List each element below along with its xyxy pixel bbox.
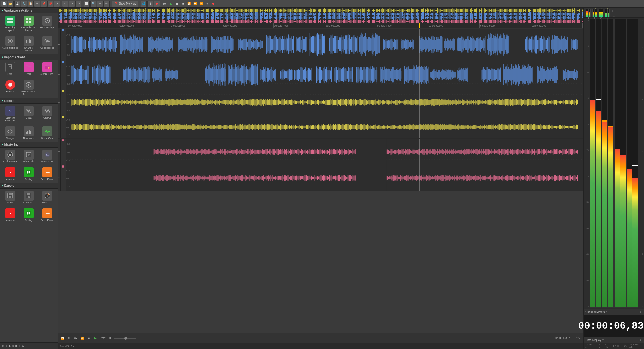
modern-pop-btn[interactable]: Pop Modern Pop — [38, 149, 56, 164]
show-me-how-btn[interactable]: ❓ Show Me How — [112, 1, 138, 7]
time-display: 00:00:06,837 — [584, 315, 644, 337]
prev-btn[interactable]: ⏪ — [80, 336, 85, 341]
transport-play-btn[interactable]: ▶ — [168, 1, 174, 7]
toolbar-undo-btn[interactable]: ↩ — [62, 1, 68, 7]
bottom-status-bar: Sound 3 * 5 x — [58, 343, 583, 349]
track-color-3 — [62, 90, 64, 92]
vst-settings-btn[interactable]: VST Settings — [38, 15, 56, 33]
noise-gate-label: Noise Gate — [41, 137, 54, 140]
workspace-actions-header[interactable]: ● Workspace Actions — [0, 8, 58, 13]
soundcloud-share-btn[interactable]: SoundCloud — [38, 166, 56, 182]
channel-meters-btn[interactable]: Channel Meters — [20, 35, 38, 53]
chorus-btn[interactable]: Chorus — [38, 105, 56, 123]
scale--35: -35 — [585, 227, 589, 229]
toolbar-new-btn[interactable]: 📄 — [1, 1, 7, 7]
track-indicators-3 — [61, 89, 66, 115]
soundcloud-export-btn[interactable]: SoundCloud — [38, 207, 56, 223]
delay-btn[interactable]: Delay — [20, 105, 38, 123]
toolbar-btn4[interactable]: 🔧 — [21, 1, 27, 7]
svg-text:Oz: Oz — [9, 110, 12, 113]
audio-settings-btn[interactable]: Audio Settings — [1, 35, 19, 53]
time-display-close[interactable]: ✕ — [640, 339, 642, 342]
record-btn[interactable]: Record — [1, 79, 19, 97]
open-file-btn[interactable]: Open... — [20, 61, 38, 77]
transport-ff-btn[interactable]: ⏩ — [192, 1, 198, 7]
toolbar-save-btn[interactable]: 💾 — [14, 1, 20, 7]
toolbar-btn5[interactable]: 📋 — [28, 1, 34, 7]
transport-end-btn[interactable]: ⏭ — [204, 1, 210, 7]
track-num-6: 6 — [58, 177, 60, 178]
toolbar-btn6[interactable]: ✂ — [34, 1, 40, 7]
effects-header[interactable]: ● Effects — [0, 98, 58, 104]
toolbar-redo-btn[interactable]: ↪ — [69, 1, 75, 7]
youtube-export-label: Youtube — [6, 219, 15, 222]
cd-authoring-btn[interactable]: CD Authoring Layout — [20, 15, 38, 33]
toolbar-info-btn[interactable]: ℹ — [147, 1, 153, 7]
loop-icon[interactable]: 🔁 — [60, 336, 65, 341]
toolbar-btn8[interactable]: 📌 — [47, 1, 53, 7]
save-as-btn[interactable]: A Save As... — [20, 190, 38, 205]
transport-stop-btn[interactable]: ■ — [180, 1, 186, 7]
play-bottom-btn[interactable]: ▶ — [93, 336, 98, 341]
toolbar-btn9[interactable]: ✔ — [54, 1, 60, 7]
rscale--10: 4 — [639, 99, 643, 100]
toolbar-btn14[interactable]: ✏ — [103, 1, 110, 7]
track-content-3 — [61, 89, 583, 115]
recent-files-btn[interactable]: ★ Recent Files... — [38, 61, 56, 77]
toolbar-btn12[interactable]: 🔍 — [90, 1, 96, 7]
export-header[interactable]: ● Export — [0, 183, 58, 189]
normalize-btn[interactable]: Normalize — [20, 125, 38, 141]
track-waveform-2 — [66, 60, 583, 89]
toolbar-btn10[interactable]: ↩ — [75, 1, 81, 7]
scale--30: -30 — [585, 201, 589, 203]
export-grid: Save A Save As... Burn CD... — [0, 189, 58, 206]
track-waveform-4 — [66, 115, 583, 138]
rate-slider[interactable] — [114, 338, 136, 339]
ruler-marker-4: 00:00:04.000 — [273, 23, 289, 28]
minimap[interactable] — [58, 8, 583, 23]
save-btn[interactable]: Save — [1, 190, 19, 205]
electronic-btn[interactable]: Electronic — [20, 149, 38, 164]
stop-bottom-btn[interactable]: ■ — [86, 336, 91, 341]
toolbar-open-btn[interactable]: 📂 — [8, 1, 14, 7]
mastering-layout-btn[interactable]: Mastering Layout — [1, 15, 19, 33]
transport-loop-btn[interactable]: 🔁 — [186, 1, 192, 7]
toolbar-www-btn[interactable]: 🌐 — [141, 1, 147, 7]
toolbar-btn11[interactable]: ⬜ — [84, 1, 90, 7]
toolbar-btn13[interactable]: ✂ — [97, 1, 103, 7]
rock-vintage-btn[interactable]: Rock Vintage — [1, 149, 19, 164]
youtube-share-btn[interactable]: Youtube — [1, 166, 19, 182]
burn-cd-btn[interactable]: Burn CD... — [38, 190, 56, 205]
toolbar-btn7[interactable]: 📌 — [41, 1, 47, 7]
freq-bit-depth: 8 bit — [598, 343, 603, 349]
meter-pair-3 — [614, 19, 626, 308]
noise-gate-btn[interactable]: Noise Gate — [38, 125, 56, 141]
transport-pause-btn[interactable]: ⏸ — [174, 1, 180, 7]
transport-goto-start[interactable]: ⏮ — [162, 1, 168, 7]
ozone-btn[interactable]: Oz Ozone 9 Elements — [1, 105, 19, 123]
mastering-header[interactable]: ● Mastering — [0, 142, 58, 148]
meter-fill-2l — [602, 120, 607, 307]
channel-meters-close-btn[interactable]: ✕ — [640, 310, 642, 313]
export2-grid: Youtube Spotify SoundCloud — [0, 206, 58, 224]
instant-action-close[interactable]: ✕ — [22, 344, 24, 347]
transport-record-btn[interactable]: ⏺ — [211, 1, 216, 7]
goto-start-btn[interactable]: ⏮ — [73, 336, 78, 341]
flanger-btn[interactable]: Flanger — [1, 125, 19, 141]
track-waveform-1 — [66, 29, 583, 60]
ozone-label: Ozone 9 Elements — [2, 116, 19, 122]
spotify-share-btn[interactable]: Spotify — [20, 166, 38, 182]
toolbar-rec-btn[interactable]: ⏺ — [154, 1, 160, 7]
ruler-marker-6: 00:00:06.000 — [376, 23, 392, 28]
import-actions-header[interactable]: ● Import Actions — [0, 54, 58, 60]
oscilloscope-btn[interactable]: Oscilloscope — [38, 35, 56, 53]
transport-rw-btn[interactable]: ⏪ — [198, 1, 204, 7]
new-file-btn[interactable]: New... — [1, 61, 19, 77]
snap-icon[interactable]: ⊞ — [67, 336, 72, 341]
svg-point-52 — [47, 195, 48, 197]
tracks-container[interactable]: 1 2 — [58, 29, 583, 333]
spotify-export-btn[interactable]: Spotify — [20, 207, 38, 223]
spotify-share-label: Spotify — [25, 178, 33, 181]
youtube-export-btn[interactable]: Youtube — [1, 207, 19, 223]
extract-cd-btn[interactable]: Extract Audio from CD... — [20, 79, 38, 97]
